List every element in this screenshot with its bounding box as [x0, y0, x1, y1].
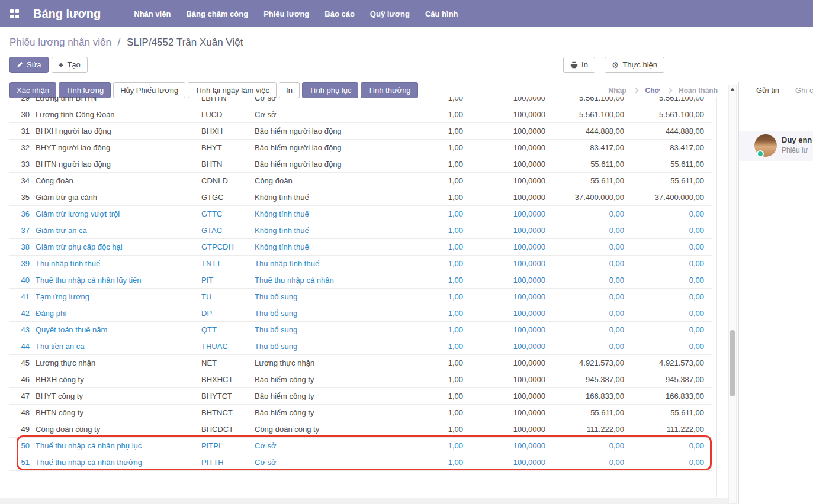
line-name[interactable]: Thu nhập tính thuế	[31, 256, 199, 272]
payslip-line-row[interactable]: 46 BHXH công ty BHXHCT Bảo hiểm công ty …	[9, 371, 712, 388]
line-rate[interactable]: 100,0000	[464, 140, 547, 156]
log-note-tab[interactable]: Ghi chú	[795, 86, 813, 95]
statusbar-state[interactable]: Hoàn thành	[660, 86, 718, 95]
line-category[interactable]: Thu bổ sung	[252, 289, 405, 305]
line-amount[interactable]: 0,00	[547, 338, 626, 355]
line-amount[interactable]: 0,00	[547, 305, 626, 322]
line-category[interactable]: Bảo hiểm công ty	[252, 371, 405, 388]
line-rate[interactable]: 100,0000	[464, 371, 547, 388]
line-number[interactable]: 35	[9, 189, 31, 206]
line-amount[interactable]: 5.561.100,00	[547, 97, 626, 106]
line-total[interactable]: 0,00	[626, 222, 712, 239]
line-total[interactable]: 55.611,00	[626, 156, 712, 173]
line-code[interactable]: DP	[199, 305, 252, 322]
line-number[interactable]: 51	[9, 454, 31, 471]
line-total[interactable]: 0,00	[626, 289, 712, 305]
line-name[interactable]: BHYT công ty	[31, 388, 199, 405]
payslip-line-row[interactable]: 50 Thuế thu nhập cá nhân phụ lục PITPL C…	[9, 438, 712, 454]
line-quantity[interactable]: 1,00	[405, 222, 464, 239]
line-code[interactable]: LBHTN	[199, 97, 252, 106]
line-category[interactable]: Công đoàn	[252, 173, 405, 189]
line-amount[interactable]: 55.611,00	[547, 405, 626, 421]
line-total[interactable]: 0,00	[626, 239, 712, 256]
line-quantity[interactable]: 1,00	[405, 371, 464, 388]
line-name[interactable]: Thu tiền ăn ca	[31, 338, 199, 355]
line-number[interactable]: 46	[9, 371, 31, 388]
line-amount[interactable]: 0,00	[547, 289, 626, 305]
payslip-line-row[interactable]: 37 Giảm trừ ăn ca GTAC Không tính thuế 1…	[9, 222, 712, 239]
line-quantity[interactable]: 1,00	[405, 173, 464, 189]
payslip-line-row[interactable]: 48 BHTN công ty BHTNCT Bảo hiểm công ty …	[9, 405, 712, 421]
line-quantity[interactable]: 1,00	[405, 438, 464, 454]
line-amount[interactable]: 83.417,00	[547, 140, 626, 156]
line-name[interactable]: Giảm trừ ăn ca	[31, 222, 199, 239]
line-code[interactable]: BHCDCT	[199, 421, 252, 438]
line-code[interactable]: PITPL	[199, 438, 252, 454]
payslip-line-row[interactable]: 34 Công đoàn CDNLD Công đoàn 1,00 100,00…	[9, 173, 712, 189]
line-total[interactable]: 0,00	[626, 322, 712, 338]
line-number[interactable]: 41	[9, 289, 31, 305]
payslip-line-row[interactable]: 42 Đảng phí DP Thu bổ sung 1,00 100,0000…	[9, 305, 712, 322]
line-number[interactable]: 37	[9, 222, 31, 239]
create-button[interactable]: + Tạo	[52, 57, 88, 73]
line-rate[interactable]: 100,0000	[464, 322, 547, 338]
line-total[interactable]: 5.561.100,00	[626, 97, 712, 106]
line-rate[interactable]: 100,0000	[464, 189, 547, 206]
line-name[interactable]: Giảm trừ phụ cấp độc hại	[31, 239, 199, 256]
line-amount[interactable]: 55.611,00	[547, 156, 626, 173]
line-total[interactable]: 37.400.000,00	[626, 189, 712, 206]
line-code[interactable]: BHYT	[199, 140, 252, 156]
line-name[interactable]: Giảm trừ lương vượt trội	[31, 206, 199, 222]
line-rate[interactable]: 100,0000	[464, 106, 547, 123]
line-code[interactable]: GTTC	[199, 206, 252, 222]
line-quantity[interactable]: 1,00	[405, 338, 464, 355]
payslip-line-row[interactable]: 51 Thuế thu nhập cá nhân thưởng PITTH Cơ…	[9, 454, 712, 471]
payslip-line-row[interactable]: 36 Giảm trừ lương vượt trội GTTC Không t…	[9, 206, 712, 222]
line-code[interactable]: GTPCDH	[199, 239, 252, 256]
scrollbar-up-arrow-icon[interactable]	[730, 88, 735, 91]
line-total[interactable]: 0,00	[626, 206, 712, 222]
line-amount[interactable]: 0,00	[547, 239, 626, 256]
line-category[interactable]: Thu nhập tính thuế	[252, 256, 405, 272]
line-code[interactable]: BHXH	[199, 123, 252, 140]
line-code[interactable]: NET	[199, 355, 252, 371]
line-category[interactable]: Thu bổ sung	[252, 305, 405, 322]
line-code[interactable]: LUCD	[199, 106, 252, 123]
line-number[interactable]: 36	[9, 206, 31, 222]
line-number[interactable]: 49	[9, 421, 31, 438]
line-quantity[interactable]: 1,00	[405, 140, 464, 156]
line-category[interactable]: Không tính thuế	[252, 206, 405, 222]
line-category[interactable]: Bảo hiểm công ty	[252, 388, 405, 405]
line-rate[interactable]: 100,0000	[464, 239, 547, 256]
line-category[interactable]: Bảo hiểm người lao động	[252, 123, 405, 140]
line-rate[interactable]: 100,0000	[464, 289, 547, 305]
line-number[interactable]: 44	[9, 338, 31, 355]
navbar-menu-item[interactable]: Phiếu lương	[263, 9, 309, 18]
line-quantity[interactable]: 1,00	[405, 322, 464, 338]
line-quantity[interactable]: 1,00	[405, 256, 464, 272]
line-code[interactable]: BHXHCT	[199, 371, 252, 388]
line-rate[interactable]: 100,0000	[464, 405, 547, 421]
line-name[interactable]: Công đoàn	[31, 173, 199, 189]
line-rate[interactable]: 100,0000	[464, 305, 547, 322]
line-number[interactable]: 38	[9, 239, 31, 256]
line-name[interactable]: Lương tính BHTN	[31, 97, 199, 106]
line-total[interactable]: 0,00	[626, 305, 712, 322]
line-category[interactable]: Cơ sở	[252, 106, 405, 123]
line-amount[interactable]: 4.921.573,00	[547, 355, 626, 371]
line-name[interactable]: Lương tính Công Đoàn	[31, 106, 199, 123]
navbar-menu-item[interactable]: Bảng chấm công	[186, 9, 248, 18]
line-quantity[interactable]: 1,00	[405, 123, 464, 140]
line-total[interactable]: 166.833,00	[626, 388, 712, 405]
line-category[interactable]: Không tính thuế	[252, 189, 405, 206]
line-rate[interactable]: 100,0000	[464, 256, 547, 272]
line-name[interactable]: Công đoàn công ty	[31, 421, 199, 438]
line-code[interactable]: THUAC	[199, 338, 252, 355]
line-quantity[interactable]: 1,00	[405, 239, 464, 256]
line-quantity[interactable]: 1,00	[405, 189, 464, 206]
workflow-button[interactable]: Tính thưởng	[361, 82, 417, 98]
payslip-line-row[interactable]: 33 BHTN người lao động BHTN Bảo hiểm ngư…	[9, 156, 712, 173]
vertical-scrollbar-thumb[interactable]	[730, 330, 735, 396]
line-category[interactable]: Bảo hiểm người lao động	[252, 156, 405, 173]
payslip-line-row[interactable]: 40 Thuế thu nhập cá nhân lũy tiến PIT Th…	[9, 272, 712, 289]
